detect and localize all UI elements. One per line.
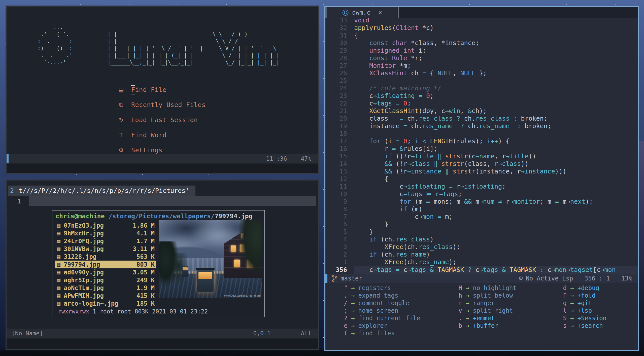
dashboard-menu-item[interactable]: T Find Word — [117, 127, 206, 143]
code-token: →tags & — [479, 266, 510, 273]
arrow-icon: → — [570, 315, 574, 322]
code-token: (m — [411, 198, 426, 205]
code-token: →title — [506, 153, 528, 160]
code-line: 23 c→isfloating = 0; — [325, 92, 638, 100]
menu-item-label: Settings — [131, 147, 162, 154]
arrow-icon: → — [466, 307, 469, 314]
file-list-item[interactable]: ▦ aoNcTLm.jpg 1.9 M — [55, 284, 156, 292]
which-key-binding: r → ranger — [440, 299, 517, 307]
code-token: →isfloating = — [373, 92, 426, 99]
code-token: < — [422, 137, 426, 145]
dashboard-menu-item[interactable]: ↻ Load Last Session — [117, 112, 206, 127]
file-list-item[interactable]: ▦ 30iNVBw.jpg 3.11 M — [55, 245, 156, 253]
code-token: c — [403, 266, 407, 273]
code-line: 11 c→isfloating = r→isfloating; — [325, 183, 638, 190]
file-name: 24LrDFQ.jpg — [64, 238, 126, 245]
code-token: ; m — [540, 198, 555, 205]
code-text: for (m = mons; m && m→num ≠ r→monitor; m… — [354, 198, 593, 205]
image-file-icon: ▦ — [56, 262, 61, 267]
buffer-winbar: 2 t///s/P//2/h/c/.l/s/n/s/p/p/s/r/r/s/Pi… — [8, 186, 195, 196]
code-line: 26 XClassHint ch = { NULL, NULL }; — [325, 69, 638, 77]
which-key-binding: g → +git — [545, 299, 606, 307]
code-token — [354, 236, 369, 243]
code-token: →class — [498, 160, 521, 167]
code-token: = — [426, 198, 430, 205]
menu-item-label: Find File — [131, 86, 166, 93]
line-number: 11 — [325, 183, 351, 190]
code-token: ‖ — [445, 168, 449, 175]
line-number: 23 — [325, 92, 351, 100]
code-token: if — [369, 236, 377, 243]
code-text: XFree(ch.res_class); — [354, 243, 460, 251]
image-preview: www.DesktopBackground.org — [159, 220, 262, 298]
binding-description: +git — [577, 300, 592, 307]
code-text: XFree(ch.res_name); — [354, 258, 456, 266]
code-token: r — [456, 183, 460, 190]
code-token — [354, 168, 384, 175]
code-token — [437, 160, 441, 167]
which-key-binding: e → explorer — [325, 322, 420, 330]
tab-dwm-c[interactable]: Ⓒ dwm.c × — [327, 7, 397, 18]
binding-description: +debug — [577, 284, 599, 292]
code-token: char — [388, 39, 407, 47]
key-label: / — [325, 300, 348, 307]
file-name: 07nEzQ3.jpg — [64, 222, 126, 229]
file-list-item[interactable]: ▦ 31228.jpg 563 K — [55, 253, 156, 261]
code-token: c — [354, 213, 419, 220]
git-branch-icon — [332, 275, 337, 282]
file-list-item[interactable]: ▦ 24LrDFQ.jpg 1.7 M — [55, 237, 156, 245]
key-label: l — [545, 307, 567, 314]
close-tab-icon[interactable]: × — [378, 9, 382, 16]
preview-lit-window — [231, 245, 236, 252]
file-list-item[interactable]: ▦ aghr5Ip.jpg 249 K — [55, 276, 156, 284]
code-token: (ch. — [403, 243, 419, 251]
file-metadata: 1 root root 803K 2021-03-01 23:22 — [89, 308, 208, 315]
code-token: unsigned int — [369, 47, 415, 54]
code-token: c — [472, 266, 479, 273]
file-size: 1.9 M — [126, 284, 155, 292]
command-line-row — [7, 164, 318, 173]
file-list-item[interactable]: ▦ ad6v90y.jpg 3.05 M — [55, 268, 156, 276]
code-token: c — [354, 183, 403, 190]
editor-statusline: master ⚙ No Active Lsp 356 : 1 13% — [325, 274, 638, 283]
code-token: ; — [407, 100, 411, 107]
code-token: 0 — [426, 92, 430, 99]
code-line: 10 c→tags ⊨ r→tags; — [325, 190, 638, 198]
code-token: res_class — [419, 243, 453, 251]
code-token: ! — [400, 168, 403, 175]
code-line: 1 XFree(ch.res_name); — [325, 258, 638, 266]
code-token: res_name — [422, 122, 453, 130]
code-token: *r; — [407, 54, 422, 62]
code-line: 7 c→mon = m; — [325, 213, 638, 221]
code-token: = — [403, 122, 407, 130]
code-token: rules[i]; — [403, 145, 437, 152]
file-size: 563 K — [126, 253, 155, 260]
command-line-row — [7, 339, 318, 349]
file-list-item[interactable]: ▦ 799794.jpg 803 K — [55, 261, 156, 268]
which-key-binding: d → +debug — [545, 284, 606, 292]
code-text: applyrules(Client *c) — [354, 24, 434, 32]
line-number: 7 — [325, 213, 351, 221]
code-text: c→tags = c→tags & TAGMASK ? c→tags & TAG… — [354, 266, 638, 274]
file-list-item[interactable]: ▦ arco-login~.jpg 185 K — [55, 300, 156, 307]
code-token — [354, 243, 384, 251]
code-line: 32applyrules(Client *c) — [325, 24, 638, 32]
key-label: v — [440, 307, 462, 314]
code-token: & — [468, 107, 472, 115]
file-list-item[interactable]: ▦ 07nEzQ3.jpg 1.86 M — [55, 222, 156, 229]
which-key-binding: H → no highlight — [440, 284, 517, 292]
line-number: 5 — [325, 228, 351, 236]
code-token: { — [354, 175, 388, 183]
which-key-binding: " → registers — [325, 284, 420, 292]
code-text: const char *class, *instance; — [354, 39, 479, 47]
line-number: 19 — [325, 122, 351, 130]
code-token: →tags — [439, 190, 458, 198]
file-name: APwFMIM.jpg — [64, 292, 126, 299]
file-list-item[interactable]: ▦ 9hMxcHr.jpg 4.1 M — [55, 229, 156, 237]
which-key-binding: S → +Session — [545, 314, 606, 322]
dashboard-menu-item[interactable]: ⧉ Recently Used Files — [117, 97, 206, 112]
file-list-item[interactable]: ▦ APwFMIM.jpg 415 K — [55, 292, 156, 300]
menu-item-icon: ↻ — [117, 117, 125, 123]
line-number: 27 — [325, 62, 351, 69]
code-text: && (!r→instance ‖ strstr(instance, r→ins… — [354, 168, 566, 175]
